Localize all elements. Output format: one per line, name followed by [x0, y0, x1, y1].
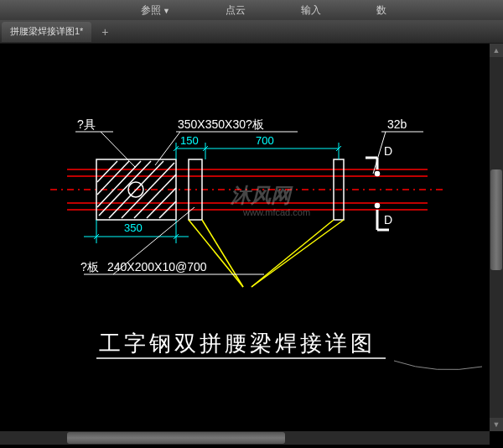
svg-line-27	[252, 220, 334, 287]
cad-drawing	[0, 44, 503, 446]
tab-label: 拼腰梁焊接详图1*	[10, 25, 83, 38]
svg-line-29	[101, 132, 136, 168]
plus-icon: +	[101, 25, 108, 39]
menu-reference[interactable]: 参照▼	[134, 2, 177, 19]
label-beam: 32b	[387, 117, 407, 131]
menubar: 参照▼ 点云 输入 数	[0, 0, 503, 20]
svg-line-26	[202, 220, 243, 287]
tabbar: 拼腰梁焊接详图1* +	[0, 20, 503, 44]
scroll-up-icon[interactable]: ▲	[490, 44, 503, 57]
tab-active[interactable]: 拼腰梁焊接详图1*	[2, 22, 91, 42]
dim-700: 700	[256, 134, 274, 147]
svg-point-39	[376, 172, 380, 176]
menu-pointcloud[interactable]: 点云	[219, 2, 252, 19]
tab-add-button[interactable]: +	[96, 23, 113, 40]
svg-line-25	[189, 220, 243, 287]
section-d-top: D	[384, 144, 392, 158]
scroll-thumb-h[interactable]	[67, 432, 285, 444]
scroll-down-icon[interactable]: ▼	[490, 418, 503, 431]
menu-input[interactable]: 输入	[294, 2, 328, 19]
label-plate-spec: 350X350X30?板	[178, 117, 264, 133]
menu-data[interactable]: 数	[370, 2, 393, 19]
section-d-bot: D	[384, 213, 392, 227]
svg-line-28	[252, 220, 344, 287]
label-fixture: ?具	[77, 117, 96, 133]
drawing-canvas[interactable]: ?具 350X350X30?板 150 700 350 32b D D ?板 2…	[0, 44, 503, 448]
scrollbar-horizontal[interactable]	[0, 431, 490, 445]
svg-point-43	[376, 204, 380, 208]
label-bottom-plate: ?板	[80, 260, 99, 275]
dim-150: 150	[180, 134, 199, 147]
svg-line-12	[97, 161, 141, 207]
dim-350: 350	[124, 221, 143, 234]
label-bottom-plate-spec: 240X200X10@700	[107, 260, 207, 273]
drawing-title: 工字钢双拼腰梁焊接详图	[99, 329, 376, 358]
scroll-thumb-v[interactable]	[490, 169, 502, 270]
svg-line-14	[97, 161, 117, 182]
scrollbar-vertical[interactable]: ▲ ▼	[490, 44, 503, 431]
